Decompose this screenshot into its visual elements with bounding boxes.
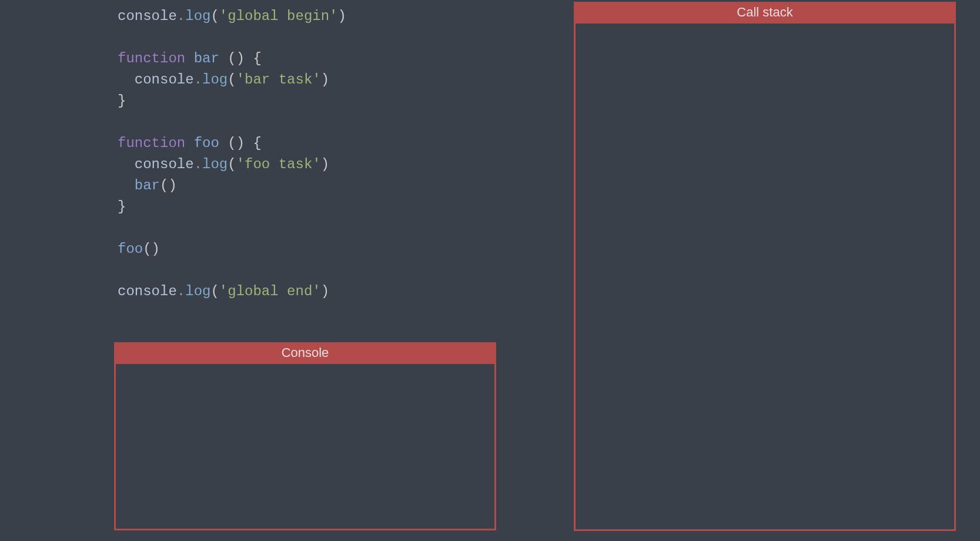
code-line: function bar () {	[118, 48, 346, 69]
code-block: console.log('global begin') function bar…	[118, 6, 346, 302]
code-line: bar()	[118, 175, 346, 196]
code-line: console.log('foo task')	[118, 154, 346, 175]
callstack-panel-body	[576, 24, 954, 529]
console-panel: Console	[114, 342, 496, 530]
console-panel-body	[116, 364, 494, 529]
code-line	[118, 260, 346, 281]
code-line	[118, 218, 346, 239]
code-line: console.log('global begin')	[118, 6, 346, 27]
code-line: foo()	[118, 239, 346, 260]
code-line: console.log('global end')	[118, 281, 346, 302]
code-line: }	[118, 196, 346, 218]
callstack-panel: Call stack	[574, 2, 956, 531]
code-line: console.log('bar task')	[118, 69, 346, 91]
code-line	[118, 112, 346, 133]
console-panel-title: Console	[116, 344, 494, 364]
code-line	[118, 27, 346, 48]
code-line: function foo () {	[118, 133, 346, 154]
callstack-panel-title: Call stack	[576, 4, 954, 24]
code-line: }	[118, 91, 346, 112]
